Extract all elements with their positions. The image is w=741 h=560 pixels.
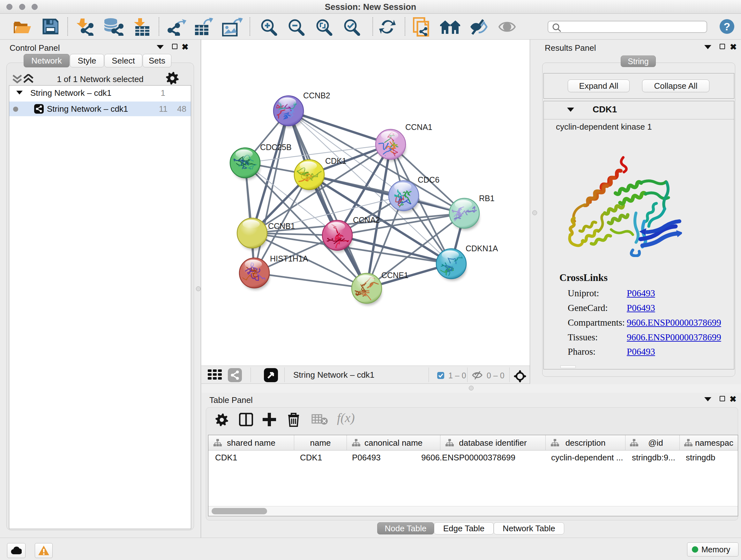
svg-text:CDKN1A: CDKN1A: [466, 244, 498, 253]
svg-text:HIST1H1A: HIST1H1A: [270, 254, 308, 263]
svg-text:CCNB2: CCNB2: [303, 91, 330, 100]
svg-text:RB1: RB1: [479, 194, 495, 203]
svg-text:CCNB1: CCNB1: [268, 222, 295, 231]
svg-text:CDC25B: CDC25B: [260, 143, 292, 152]
svg-text:CCNA1: CCNA1: [405, 123, 432, 132]
svg-text:CDC6: CDC6: [418, 175, 440, 184]
svg-text:?: ?: [724, 20, 731, 33]
svg-text:CCNE1: CCNE1: [381, 271, 408, 280]
svg-text:CCNA2: CCNA2: [353, 215, 380, 225]
svg-text:CDK1: CDK1: [325, 157, 347, 165]
